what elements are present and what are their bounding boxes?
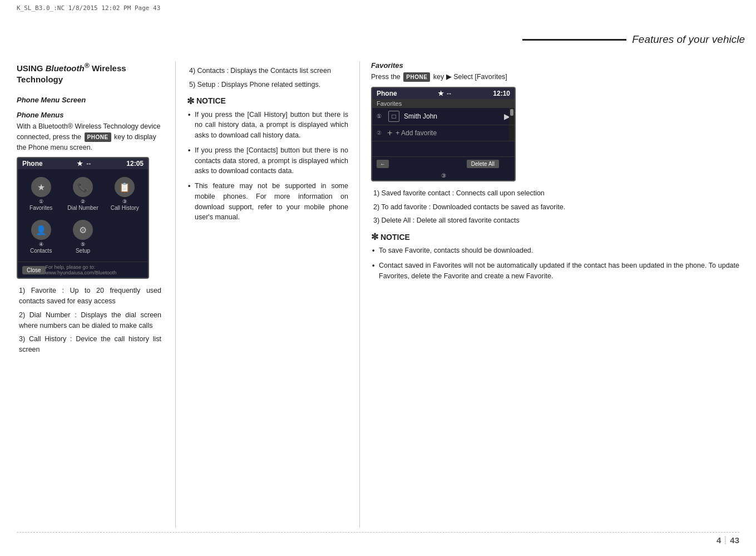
ps-time: 12:05 [126, 160, 144, 168]
middle-column: 4) Contacts : Displays the Contacts list… [179, 61, 357, 528]
right-list-item-3: 3) Delete All : Delete all stored favori… [371, 215, 739, 226]
favorites-icon: ★ [31, 177, 51, 197]
ps-contacts-item: 👤 ④ Contacts [24, 218, 58, 256]
ps-item3-num: ③ [122, 199, 127, 204]
ps-close-btn: Close [22, 266, 46, 274]
ps-setup-item: ⚙ ⑤ Setup [66, 218, 100, 256]
numbered-list-right: 1) Saved favorite contact : Connects cal… [371, 188, 739, 226]
ps-header: Phone ★ ↔ 12:05 [18, 158, 148, 169]
fs-header: Phone ★ ↔ 12:10 [372, 88, 515, 99]
ps-signal-icon: ★ [77, 160, 83, 168]
fs-icons: ★ ↔ [438, 90, 452, 97]
notice-star-right: ✼ [371, 232, 378, 242]
bluetooth-keyword: Bluetooth [46, 63, 85, 73]
notice-item-3: This feature may not be supported in som… [187, 181, 348, 223]
right-notice-item-2: Contact saved in Favorites will not be a… [371, 260, 739, 282]
fav-phone-screen: Phone ★ ↔ 12:10 Favorites ① □ Smith John… [371, 87, 516, 181]
fs-row-1: ① □ Smith John ▶ [372, 108, 515, 125]
ps-title: Phone [22, 160, 43, 168]
ps-body: ★ ① Favorites 📞 ② Dial Number 📋 ③ Call H… [18, 169, 148, 262]
page-num-4: 4 [717, 535, 721, 545]
ps-bottom: Close For help, please go to: www.hyunda… [18, 262, 148, 278]
notice-box-middle: ✼ NOTICE If you press the [Call History]… [187, 96, 348, 223]
fs-time: 12:10 [493, 90, 510, 97]
fs-back-btn: ← [377, 160, 389, 168]
dial-icon: 📞 [73, 177, 93, 197]
fs-row2-label: + Add favorite [396, 129, 437, 137]
page-number: 4 ┊ 43 [717, 535, 739, 545]
fs-row2-num: ② [377, 130, 382, 136]
fs-bottom: ← Delete All [372, 157, 515, 171]
ps-bt-icon: ↔ [85, 160, 92, 168]
setup-icon: ⚙ [73, 220, 93, 240]
ps-item4-num: ④ [39, 242, 43, 247]
fs-num3: ③ [441, 173, 446, 179]
phone-badge-left: PHONE [85, 132, 111, 142]
key-select-text: key ▶ Select [Favorites] [433, 73, 507, 81]
list-item-3: 3) Call History : Device the call histor… [17, 334, 161, 355]
ps-item5-num: ⑤ [81, 242, 85, 247]
notice-list-right: To save Favorite, contacts should be dow… [371, 245, 739, 281]
ps-item2-label: Dial Number [67, 205, 98, 211]
fs-spacer [372, 141, 515, 157]
print-header: K_SL_B3.0_:NC 1/8/2015 12:02 PM Page 43 [17, 4, 160, 12]
phone-menu-screen-heading: Phone Menu Screen [17, 96, 161, 104]
notice-item-2: If you press the [Contacts] button but t… [187, 145, 348, 176]
right-list-item-1: 1) Saved favorite contact : Connects cal… [371, 188, 739, 199]
page-num-43: 43 [730, 535, 739, 545]
bottom-rule [17, 532, 739, 533]
notice-item-1: If you press the [Call History] button b… [187, 110, 348, 141]
page-title: Features of your vehicle [632, 33, 756, 46]
history-icon: 📋 [115, 177, 135, 197]
ps-item1-num: ① [39, 199, 43, 204]
scrollbar [509, 108, 515, 125]
ps-item3-label: Call History [111, 205, 139, 211]
phone-badge-right: PHONE [403, 72, 430, 82]
page-sep: ┊ [723, 536, 728, 544]
fs-row-2: ② + + Add favorite [372, 125, 515, 141]
section-heading: USING Bluetooth® Wireless Technology [17, 61, 161, 85]
contacts-icon: 👤 [31, 220, 51, 240]
list-item-5: 5) Setup : Displays Phone related settin… [187, 80, 348, 90]
title-line [522, 39, 626, 41]
col-divider-1 [175, 61, 176, 528]
notice-box-right: ✼ NOTICE To save Favorite, contacts shou… [371, 232, 739, 281]
list-item-2: 2) Dial Number : Displays the dial scree… [17, 310, 161, 331]
right-column: Favorites Press the PHONE key ▶ Select [… [363, 61, 739, 528]
right-list-item-2: 2) To add favorite : Downloaded contacts… [371, 202, 739, 213]
numbered-list-left: 1) Favorite : Up to 20 frequently used c… [17, 286, 161, 355]
content-wrapper: USING Bluetooth® Wireless Technology Pho… [17, 61, 739, 528]
ps-item1-label: Favorites [29, 205, 52, 211]
ps-dial-item: 📞 ② Dial Number [66, 175, 100, 213]
ps-item2-num: ② [81, 199, 85, 204]
list-item-1: 1) Favorite : Up to 20 frequently used c… [17, 286, 161, 307]
numbered-list-middle: 4) Contacts : Displays the Contacts list… [187, 66, 348, 90]
plus-icon: + [387, 128, 392, 138]
fs-sub: Favorites [372, 99, 515, 108]
page-title-bar: Features of your vehicle [522, 33, 756, 46]
fs-row1-name: Smith John [404, 112, 500, 120]
list-item-4: 4) Contacts : Displays the Contacts list… [187, 66, 348, 76]
scrollbar-2 [509, 125, 515, 141]
notice-star-middle: ✼ [187, 96, 194, 106]
fs-contact-icon: □ [388, 111, 399, 122]
favorites-intro: Press the PHONE key ▶ Select [Favorites] [371, 72, 739, 82]
phone-menus-label: Phone Menus [17, 111, 161, 119]
col-divider-2 [359, 61, 360, 528]
notice-title-middle: NOTICE [196, 96, 226, 105]
fs-num3-row: ③ [372, 171, 515, 180]
ps-help-text: For help, please go to: www.hyundaiusa.c… [46, 264, 144, 275]
press-text: Press the [371, 73, 401, 81]
left-column: USING Bluetooth® Wireless Technology Pho… [17, 61, 172, 528]
notice-list-middle: If you press the [Call History] button b… [187, 110, 348, 223]
phone-screen-left: Phone ★ ↔ 12:05 ★ ① Favorites 📞 [17, 157, 149, 279]
fs-delete-btn: Delete All [467, 160, 499, 168]
ps-item5-label: Setup [76, 248, 90, 254]
notice-title-right: NOTICE [381, 233, 410, 242]
ps-icons: ★ ↔ [77, 160, 92, 168]
notice-heading-right: ✼ NOTICE [371, 232, 739, 242]
favorites-heading: Favorites [371, 61, 739, 70]
ps-favorites-item: ★ ① Favorites [24, 175, 58, 213]
notice-heading-middle: ✼ NOTICE [187, 96, 348, 106]
ps-item4-label: Contacts [30, 248, 52, 254]
